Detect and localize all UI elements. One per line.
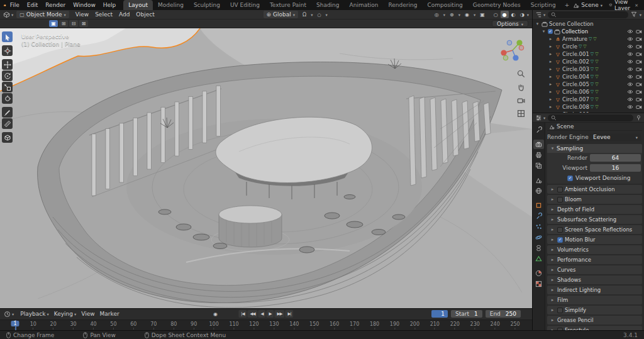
eye-icon[interactable]: [627, 74, 633, 79]
disclosure-icon[interactable]: [548, 112, 553, 113]
transform-orientation-dropdown[interactable]: Global: [264, 11, 299, 18]
jump-to-end-button[interactable]: ▶|: [286, 310, 294, 318]
outliner-editor-type-button[interactable]: [535, 11, 545, 18]
eye-icon[interactable]: [627, 104, 633, 109]
outliner-search-input[interactable]: [548, 11, 628, 18]
workspace-tab[interactable]: Layout: [123, 0, 153, 10]
number-field[interactable]: 16: [590, 164, 641, 172]
outliner-item[interactable]: Circle.009: [533, 111, 644, 113]
select-box-tool[interactable]: [2, 31, 13, 42]
outliner-item[interactable]: Circle.001: [533, 50, 644, 58]
camera-icon[interactable]: [636, 67, 642, 72]
mode-selector[interactable]: Object Mode: [16, 11, 69, 18]
workspace-tab[interactable]: Geometry Nodes: [468, 0, 526, 10]
pan-hand-icon[interactable]: [517, 83, 525, 91]
eye-icon[interactable]: [627, 44, 633, 49]
disclosure-icon[interactable]: [535, 21, 540, 26]
toggle-ortho-icon[interactable]: [517, 109, 525, 118]
disclosure-icon[interactable]: [548, 52, 553, 57]
select-mode-intersect[interactable]: [79, 20, 88, 27]
timeline-menu-item[interactable]: View: [79, 311, 97, 317]
camera-icon[interactable]: [636, 52, 642, 57]
workspace-tab[interactable]: Compositing: [422, 0, 467, 10]
section-checkbox[interactable]: [557, 187, 563, 192]
shading-wireframe-button[interactable]: [492, 11, 500, 18]
shading-dropdown[interactable]: [527, 11, 529, 18]
shading-solid-button[interactable]: [501, 11, 509, 18]
play-reverse-button[interactable]: ◀: [258, 310, 266, 318]
disclosure-icon[interactable]: [548, 44, 553, 49]
properties-tab-texture[interactable]: [533, 279, 544, 289]
shading-material-button[interactable]: [509, 11, 518, 18]
outliner-item[interactable]: Armature: [533, 35, 644, 43]
panel-section-header[interactable]: Performance: [547, 255, 642, 264]
timeline-menu-item[interactable]: Keying: [52, 311, 79, 317]
disclosure-icon[interactable]: [548, 59, 553, 64]
render-engine-dropdown[interactable]: Eevee: [590, 133, 641, 141]
camera-view-icon[interactable]: [517, 96, 525, 104]
shading-rendered-button[interactable]: [518, 11, 526, 18]
properties-editor-type-button[interactable]: [535, 114, 545, 121]
disclosure-icon[interactable]: [548, 36, 553, 42]
camera-icon[interactable]: [636, 112, 642, 113]
panel-section-header[interactable]: Curves: [547, 265, 642, 274]
timeline-menu-item[interactable]: Playback: [18, 311, 51, 317]
panel-section-header[interactable]: Subsurface Scattering: [547, 215, 642, 224]
properties-tab-modifiers[interactable]: [533, 211, 544, 221]
panel-section-header[interactable]: Volumetrics: [547, 245, 642, 254]
previous-keyframe-button[interactable]: ◀◀: [248, 310, 258, 318]
eye-icon[interactable]: [627, 59, 633, 64]
disclosure-icon[interactable]: [548, 67, 553, 72]
x-ray-toggle[interactable]: [479, 12, 486, 18]
properties-tab-tool[interactable]: [533, 125, 544, 135]
eye-icon[interactable]: [627, 89, 633, 94]
workspace-tab[interactable]: UV Editing: [225, 0, 265, 10]
show-gizmo-toggle[interactable]: [448, 12, 455, 18]
current-frame-field[interactable]: 1: [431, 310, 448, 318]
scale-tool[interactable]: [2, 82, 13, 92]
add-cube-tool[interactable]: [2, 132, 13, 143]
annotate-tool[interactable]: [2, 107, 13, 118]
eye-icon[interactable]: [627, 36, 633, 42]
panel-section-header[interactable]: Freestyle: [547, 326, 642, 330]
cursor-tool[interactable]: [2, 45, 13, 56]
disclosure-icon[interactable]: [548, 89, 553, 94]
section-checkbox[interactable]: [557, 308, 563, 313]
disclosure-icon[interactable]: [548, 97, 553, 102]
eye-icon[interactable]: [627, 52, 633, 57]
topbar-menu-item[interactable]: Help: [99, 0, 120, 10]
workspace-tab[interactable]: Texture Paint: [265, 0, 311, 10]
transform-tool[interactable]: [2, 93, 13, 104]
select-mode-subtract[interactable]: [69, 20, 78, 27]
sampling-panel-header[interactable]: Sampling: [547, 144, 642, 153]
properties-tab-view-layer[interactable]: [533, 161, 544, 170]
panel-section-header[interactable]: Film: [547, 296, 642, 304]
panel-section-header[interactable]: Screen Space Reflections: [547, 225, 642, 234]
add-workspace-button[interactable]: +: [561, 1, 574, 10]
topbar-menu-item[interactable]: Render: [42, 0, 69, 10]
properties-tab-world[interactable]: [533, 186, 544, 196]
properties-tab-particles[interactable]: [533, 222, 544, 231]
panel-section-header[interactable]: Simplify: [547, 306, 642, 314]
outliner-item[interactable]: Circle.005: [533, 81, 644, 88]
pin-icon[interactable]: [636, 114, 641, 121]
eye-icon[interactable]: [627, 112, 633, 113]
collection-exclude-checkbox[interactable]: [548, 29, 553, 34]
play-button[interactable]: ▶: [267, 310, 274, 318]
filter-icon[interactable]: [631, 11, 637, 18]
topbar-menu-item[interactable]: File: [6, 0, 23, 10]
section-checkbox[interactable]: [557, 237, 563, 243]
move-tool[interactable]: [2, 59, 13, 70]
navigation-gizmo[interactable]: [498, 36, 527, 65]
workspace-tab[interactable]: Shading: [311, 0, 345, 10]
outliner-item[interactable]: Circle.007: [533, 96, 644, 103]
panel-section-header[interactable]: Indirect Lighting: [547, 286, 642, 294]
workspace-tab[interactable]: Animation: [345, 0, 384, 10]
camera-icon[interactable]: [636, 59, 642, 64]
measure-tool[interactable]: [2, 118, 13, 129]
snap-dropdown[interactable]: [311, 11, 313, 18]
camera-icon[interactable]: [636, 74, 642, 79]
panel-section-header[interactable]: Grease Pencil: [547, 316, 642, 325]
scene-selector[interactable]: Scene: [573, 2, 602, 8]
camera-icon[interactable]: [636, 82, 642, 87]
